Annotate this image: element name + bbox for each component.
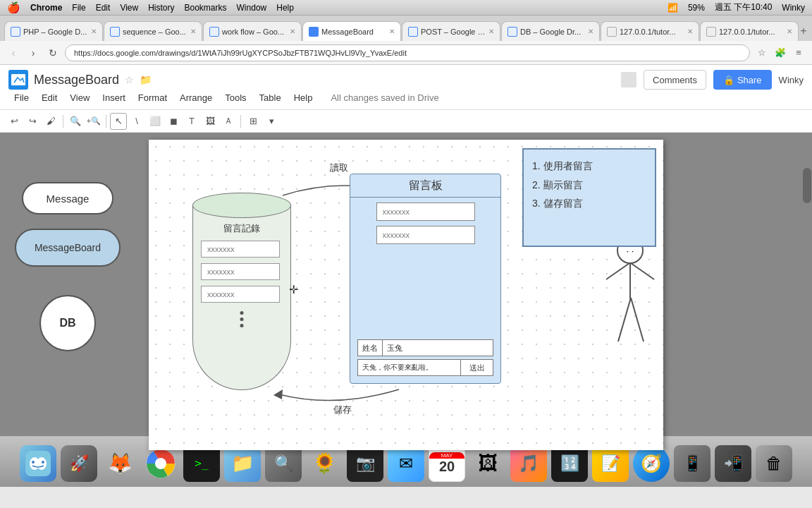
select-tool[interactable]: ↖ bbox=[110, 113, 127, 130]
tab-title: PHP – Google D... bbox=[23, 28, 88, 36]
dock-itunes[interactable]: 🎵 bbox=[510, 445, 547, 482]
dock-chrome[interactable] bbox=[142, 445, 179, 482]
star-icon[interactable]: ☆ bbox=[125, 74, 134, 85]
dock-folder[interactable]: 📁 bbox=[224, 445, 261, 482]
user-name-mac[interactable]: Winky bbox=[782, 3, 805, 13]
tab-close[interactable]: ✕ bbox=[588, 28, 593, 35]
tab-close[interactable]: ✕ bbox=[488, 28, 494, 35]
tab-sequence[interactable]: sequence – Goo... ✕ bbox=[104, 21, 202, 41]
wordart-tool[interactable]: A bbox=[220, 113, 237, 130]
messageboard-shape[interactable]: MessageBoard bbox=[15, 229, 121, 267]
dock-calendar[interactable]: MAY 20 bbox=[429, 445, 465, 482]
menu-format[interactable]: Format bbox=[133, 91, 173, 104]
zoom-in-button[interactable]: +🔍 bbox=[85, 113, 102, 130]
dock-notes-app[interactable]: 📝 bbox=[592, 445, 629, 482]
dock-photos[interactable]: 🖼 bbox=[469, 445, 506, 482]
vertical-scrollbar[interactable] bbox=[803, 168, 811, 203]
file-menu[interactable]: File bbox=[72, 3, 85, 13]
tab-close[interactable]: ✕ bbox=[787, 28, 792, 35]
tab-close[interactable]: ✕ bbox=[190, 28, 196, 35]
board-title: 留言板 bbox=[350, 174, 500, 198]
menu-table[interactable]: Table bbox=[254, 91, 287, 104]
docs-title-right: Comments 🔒 Share Winky bbox=[621, 70, 804, 90]
back-button[interactable]: ‹ bbox=[6, 45, 21, 61]
calendar-day: 20 bbox=[439, 459, 455, 475]
dock-mail[interactable]: ✉ bbox=[388, 445, 424, 482]
dock-search-app[interactable]: 🔍 bbox=[265, 445, 302, 482]
redo-button[interactable]: ↪ bbox=[24, 113, 41, 130]
menu-edit[interactable]: Edit bbox=[36, 91, 63, 104]
extension-icon[interactable]: 🧩 bbox=[773, 45, 788, 61]
menu-insert[interactable]: Insert bbox=[97, 91, 131, 104]
shape-fill-tool[interactable]: ◼ bbox=[165, 113, 182, 130]
tab-close[interactable]: ✕ bbox=[290, 28, 295, 35]
db-shape[interactable]: DB bbox=[39, 295, 96, 351]
dock-firefox[interactable]: 🦊 bbox=[102, 445, 138, 482]
dock-migration[interactable]: 📱 bbox=[674, 445, 710, 482]
comments-button[interactable]: Comments bbox=[644, 70, 706, 90]
tab-close[interactable]: ✕ bbox=[91, 28, 97, 35]
zoom-out-button[interactable]: 🔍 bbox=[67, 113, 84, 130]
tab-close[interactable]: ✕ bbox=[389, 28, 395, 35]
tab-tutor2[interactable]: 127.0.0.1/tutor... ✕ bbox=[700, 21, 799, 41]
tab-tutor1[interactable]: 127.0.0.1/tutor... ✕ bbox=[601, 21, 699, 41]
align-tool[interactable]: ⊞ bbox=[245, 113, 262, 130]
photos-icon: 🖼 bbox=[478, 452, 498, 475]
drawing-canvas[interactable]: Message MessageBoard DB 讀取 儲存 bbox=[149, 140, 663, 450]
tab-close[interactable]: ✕ bbox=[687, 28, 693, 35]
align-dropdown[interactable]: ▾ bbox=[263, 113, 280, 130]
menu-file[interactable]: File bbox=[8, 91, 35, 104]
image-tool[interactable]: 🖼 bbox=[202, 113, 219, 130]
dock-terminal[interactable]: >_ bbox=[183, 445, 220, 482]
tab-workflow[interactable]: work flow – Goo... ✕ bbox=[203, 21, 302, 41]
dock-launchpad[interactable]: 🚀 bbox=[61, 445, 97, 482]
tab-title: DB – Google Dr... bbox=[520, 28, 585, 36]
tab-post[interactable]: POST – Google D... ✕ bbox=[402, 21, 500, 41]
help-menu[interactable]: Help bbox=[276, 3, 294, 13]
undo-button[interactable]: ↩ bbox=[6, 113, 23, 130]
svg-point-10 bbox=[37, 457, 47, 470]
line-tool[interactable]: \ bbox=[128, 113, 145, 130]
menu-tools[interactable]: Tools bbox=[219, 91, 252, 104]
dock-finder[interactable] bbox=[20, 445, 56, 482]
menu-help[interactable]: Help bbox=[288, 91, 319, 104]
user-name[interactable]: Winky bbox=[779, 75, 804, 85]
tab-php[interactable]: PHP – Google D... ✕ bbox=[4, 21, 103, 41]
tab-db[interactable]: DB – Google Dr... ✕ bbox=[501, 21, 600, 41]
message-shape[interactable]: Message bbox=[22, 182, 113, 214]
text-tool[interactable]: T bbox=[183, 113, 200, 130]
dock-trash[interactable]: 🗑 bbox=[756, 445, 792, 482]
form-message-input[interactable]: 天兔，你不要來亂啦。 bbox=[357, 359, 461, 376]
chrome-menu[interactable]: Chrome bbox=[30, 3, 62, 13]
window-menu[interactable]: Window bbox=[237, 3, 267, 13]
new-tab-button[interactable]: + bbox=[799, 21, 808, 41]
tab-favicon bbox=[408, 27, 418, 37]
dock-photobooth[interactable]: 📷 bbox=[347, 445, 383, 482]
more-dots bbox=[240, 311, 244, 327]
bookmark-icon[interactable]: ☆ bbox=[754, 45, 770, 61]
settings-icon[interactable]: ≡ bbox=[791, 45, 806, 61]
paint-format-button[interactable]: 🖌 bbox=[42, 113, 59, 130]
dock-calculator[interactable]: 🔢 bbox=[551, 445, 588, 482]
refresh-button[interactable]: ↻ bbox=[45, 45, 61, 61]
forward-button[interactable]: › bbox=[25, 45, 41, 61]
apple-menu[interactable]: 🍎 bbox=[7, 1, 20, 14]
edit-menu[interactable]: Edit bbox=[96, 3, 111, 13]
dock-iphone-backup[interactable]: 📲 bbox=[715, 445, 751, 482]
share-button[interactable]: 🔒 Share bbox=[713, 70, 772, 90]
menu-view[interactable]: View bbox=[64, 91, 95, 104]
form-submit-button[interactable]: 送出 bbox=[461, 359, 493, 376]
history-menu[interactable]: History bbox=[148, 3, 174, 13]
address-input[interactable]: https://docs.google.com/drawings/d/1WtA7… bbox=[65, 44, 750, 61]
bookmarks-menu[interactable]: Bookmarks bbox=[185, 3, 227, 13]
folder-icon[interactable]: 📁 bbox=[140, 74, 152, 85]
dock-safari[interactable]: 🧭 bbox=[633, 445, 670, 482]
address-bar: ‹ › ↻ https://docs.google.com/drawings/d… bbox=[0, 41, 812, 65]
grid-view-icon[interactable] bbox=[621, 72, 636, 87]
view-menu[interactable]: View bbox=[120, 3, 138, 13]
shape-tool[interactable]: ⬜ bbox=[147, 113, 164, 130]
dock-sunflower[interactable]: 🌻 bbox=[306, 445, 343, 482]
menu-arrange[interactable]: Arrange bbox=[174, 91, 218, 104]
main-area: Message MessageBoard DB 讀取 儲存 bbox=[0, 133, 812, 436]
tab-messageboard[interactable]: MessageBoard ✕ bbox=[302, 21, 401, 41]
